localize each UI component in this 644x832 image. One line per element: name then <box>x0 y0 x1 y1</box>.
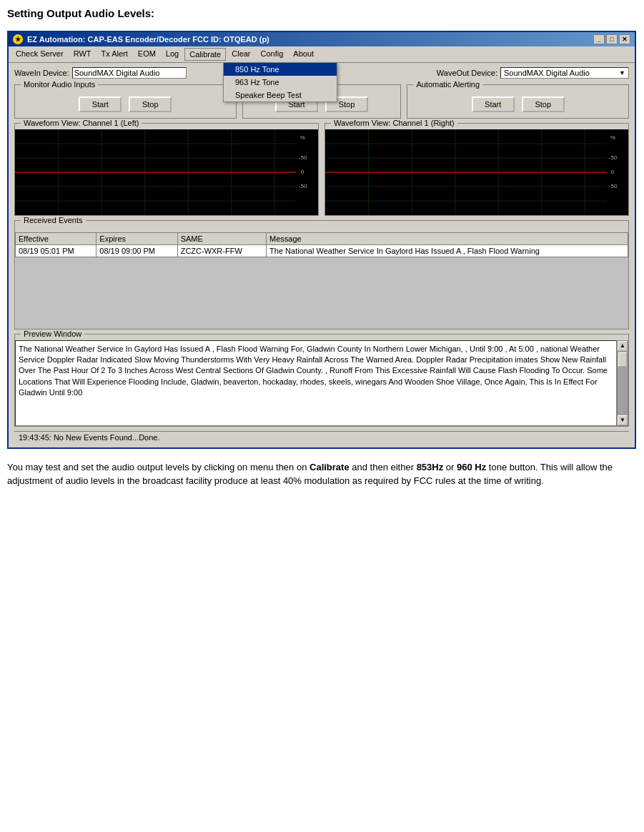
svg-text:-50: -50 <box>609 183 618 189</box>
scroll-up-button[interactable]: ▲ <box>618 341 628 351</box>
close-button[interactable]: ✕ <box>619 34 630 44</box>
select-arrow-icon: ▼ <box>619 69 625 76</box>
menu-check-server[interactable]: Check Server <box>11 48 68 61</box>
cell-expires: 08/19 09:00 PM <box>96 245 177 257</box>
svg-text:%: % <box>610 134 615 141</box>
menu-eom[interactable]: EOM <box>134 48 160 61</box>
preview-window-label: Preview Window <box>21 330 84 338</box>
received-events-label: Received Events <box>21 216 86 224</box>
col-same: SAME <box>177 233 266 245</box>
cell-same: ZCZC-WXR-FFW <box>177 245 266 257</box>
calibrate-dropdown: 850 Hz Tone 963 Hz Tone Speaker Beep Tes… <box>223 62 337 102</box>
auto-alert-start-button[interactable]: Start <box>472 96 515 112</box>
preview-scrollbar[interactable]: ▲ ▼ <box>617 340 628 426</box>
preview-window-box: Preview Window The National Weather Serv… <box>14 334 629 427</box>
scrollbar-track[interactable] <box>618 351 628 415</box>
waveform-row: Waveform View: Channel 1 (Left) <box>14 123 629 216</box>
minimize-button[interactable]: _ <box>593 34 605 44</box>
received-events-box: Received Events Effective Expires SAME M… <box>14 220 629 330</box>
svg-text:0: 0 <box>301 169 304 175</box>
menu-tx-alert[interactable]: Tx Alert <box>97 48 132 61</box>
bottom-text: You may test and set the audio output le… <box>7 460 637 488</box>
svg-text:-50: -50 <box>299 154 307 161</box>
menu-config[interactable]: Config <box>257 48 288 61</box>
wavein-select[interactable]: SoundMAX Digital Audio <box>72 67 187 79</box>
menubar: Check Server RWT Tx Alert EOM Log Calibr… <box>9 46 635 63</box>
dropdown-speaker-beep[interactable]: Speaker Beep Test <box>224 89 337 101</box>
waveout-select[interactable]: SoundMAX Digital Audio ▼ <box>500 67 629 79</box>
preview-text: The National Weather Service In Gaylord … <box>15 340 617 426</box>
waveform-right-label: Waveform View: Channel 1 (Right) <box>331 119 457 127</box>
col-effective: Effective <box>16 233 96 245</box>
title-bar: ★ EZ Automation: CAP-EAS Encoder/Decoder… <box>9 32 635 46</box>
table-row[interactable]: 08/19 05:01 PM 08/19 09:00 PM ZCZC-WXR-F… <box>16 245 628 257</box>
scrollbar-thumb[interactable] <box>618 352 627 367</box>
svg-text:-50: -50 <box>609 154 618 161</box>
col-message: Message <box>267 233 628 245</box>
scroll-down-button[interactable]: ▼ <box>618 415 628 425</box>
monitor-stop-button[interactable]: Stop <box>129 96 172 112</box>
bold-853hz: 853Hz <box>417 462 444 472</box>
waveform-left-canvas: % -50 0 -50 <box>15 129 318 215</box>
title-bar-left: ★ EZ Automation: CAP-EAS Encoder/Decoder… <box>13 34 269 44</box>
bold-calibrate: Calibrate <box>309 462 350 472</box>
window-title: EZ Automation: CAP-EAS Encoder/Decoder F… <box>27 35 269 44</box>
events-table: Effective Expires SAME Message 08/19 05:… <box>15 232 628 329</box>
auto-alert-buttons: Start Stop <box>413 96 623 112</box>
main-content: WaveIn Device: SoundMAX Digital Audio Wa… <box>9 63 635 447</box>
cell-effective: 08/19 05:01 PM <box>16 245 96 257</box>
waveform-right-canvas: % -50 0 -50 <box>325 129 628 215</box>
waveout-label: WaveOut Device: <box>437 69 497 77</box>
dropdown-963hz[interactable]: 963 Hz Tone <box>224 76 337 89</box>
waveform-left-box: Waveform View: Channel 1 (Left) <box>14 123 319 216</box>
preview-content: The National Weather Service In Gaylord … <box>15 340 628 426</box>
bold-960hz: 960 Hz <box>457 462 486 472</box>
menu-log[interactable]: Log <box>162 48 183 61</box>
auto-alert-stop-button[interactable]: Stop <box>522 96 565 112</box>
monitor-audio-group: Monitor Audio Inputs Start Stop <box>14 84 237 119</box>
menu-calibrate[interactable]: Calibrate <box>184 48 226 61</box>
col-expires: Expires <box>96 233 177 245</box>
wavein-label: WaveIn Device: <box>14 69 69 77</box>
wavein-section: WaveIn Device: SoundMAX Digital Audio <box>14 67 187 79</box>
maximize-button[interactable]: □ <box>606 34 618 44</box>
monitor-buttons: Start Stop <box>21 96 230 112</box>
menu-clear[interactable]: Clear <box>227 48 254 61</box>
app-icon: ★ <box>13 34 23 44</box>
menu-rwt[interactable]: RWT <box>69 48 96 61</box>
title-bar-buttons: _ □ ✕ <box>593 34 630 44</box>
application-window: ★ EZ Automation: CAP-EAS Encoder/Decoder… <box>7 31 636 449</box>
monitor-audio-label: Monitor Audio Inputs <box>21 80 98 89</box>
waveform-right-box: Waveform View: Channel 1 (Right) % <box>325 123 629 216</box>
page-title: Setting Output Audio Levels: <box>7 7 637 19</box>
dropdown-850hz[interactable]: 850 Hz Tone <box>224 63 337 76</box>
svg-text:%: % <box>300 134 305 141</box>
waveform-left-label: Waveform View: Channel 1 (Left) <box>21 119 142 127</box>
svg-text:0: 0 <box>611 169 615 175</box>
svg-text:-50: -50 <box>299 183 307 189</box>
cell-message: The National Weather Service In Gaylord … <box>267 245 628 257</box>
auto-alert-group: Automatic Alerting Start Stop <box>407 84 629 119</box>
menu-about[interactable]: About <box>289 48 318 61</box>
waveout-section: WaveOut Device: SoundMAX Digital Audio ▼ <box>437 67 629 79</box>
status-bar: 19:43:45: No New Events Found...Done. <box>14 431 629 443</box>
auto-alert-label: Automatic Alerting <box>413 80 482 89</box>
table-row-empty <box>16 257 628 329</box>
monitor-start-button[interactable]: Start <box>79 96 122 112</box>
